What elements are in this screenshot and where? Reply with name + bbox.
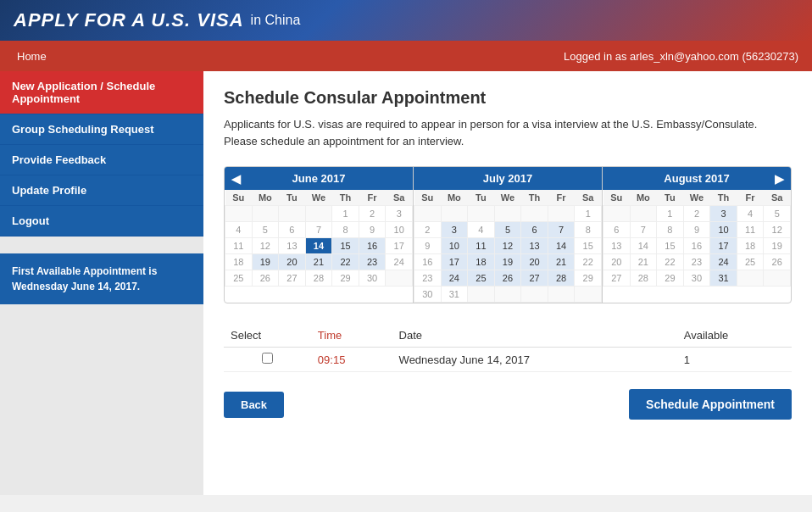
calendar-day-available[interactable]: 21	[305, 254, 332, 270]
calendar-day-available[interactable]: 10	[441, 238, 468, 254]
schedule-appointment-button[interactable]: Schedule Appointment	[629, 389, 792, 420]
calendar-day-available[interactable]: 16	[359, 238, 386, 254]
empty-day	[548, 206, 575, 222]
calendar-day: 18	[225, 254, 253, 270]
calendar-day: 12	[252, 238, 279, 254]
first-available-info: First Available Appointment is Wednesday…	[0, 253, 203, 304]
calendar-day-available[interactable]: 5	[494, 222, 521, 238]
empty-day	[305, 206, 332, 222]
calendar-day-available[interactable]: 27	[521, 270, 548, 287]
calendar-day-available[interactable]: 28	[548, 270, 575, 287]
calendar-day-available[interactable]: 31	[710, 270, 737, 287]
day-header: Mo	[441, 190, 468, 206]
day-header: Tu	[468, 190, 495, 206]
month-label-1: July 2017	[483, 172, 533, 185]
day-header: Tu	[657, 190, 684, 206]
calendar-day-available[interactable]: 17	[710, 238, 737, 254]
calendar-day-available[interactable]: 19	[252, 254, 279, 270]
calendar-day: 24	[386, 254, 413, 270]
col-time: Time	[311, 324, 392, 348]
calendar-day-available[interactable]: 12	[494, 238, 521, 254]
calendar-day: 4	[468, 222, 495, 238]
calendar-day: 23	[683, 254, 710, 270]
empty-day	[603, 206, 631, 222]
empty-day	[737, 270, 764, 287]
prev-month-button[interactable]: ◀	[225, 172, 247, 186]
col-select: Select	[224, 324, 311, 348]
calendar-day: 17	[386, 238, 413, 254]
sidebar-item-new-application[interactable]: New Application / Schedule Appointment	[0, 71, 203, 114]
calendar-day: 8	[575, 222, 602, 238]
page-description: Applicants for U.S. visas are required t…	[224, 116, 792, 149]
calendar-day: 26	[252, 270, 279, 287]
appointment-table: Select Time Date Available 09:15 Wednesd…	[224, 324, 792, 372]
calendar-day: 22	[657, 254, 684, 270]
sidebar-item-logout[interactable]: Logout	[0, 206, 203, 237]
sidebar-item-provide-feedback[interactable]: Provide Feedback	[0, 145, 203, 175]
calendar-day-available[interactable]: 13	[521, 238, 548, 254]
day-header: Th	[332, 190, 359, 206]
empty-day	[548, 287, 575, 303]
content-area: Schedule Consular Appointment Applicants…	[203, 71, 812, 495]
home-button[interactable]: Home	[0, 43, 64, 70]
main-layout: New Application / Schedule Appointment G…	[0, 71, 812, 495]
calendar-day-available[interactable]: 24	[710, 254, 737, 270]
calendar-day: 29	[575, 270, 602, 287]
calendar-day: 4	[737, 206, 764, 222]
day-header: Fr	[548, 190, 575, 206]
day-header: We	[305, 190, 332, 206]
empty-day	[441, 206, 468, 222]
calendar-day-available[interactable]: 19	[494, 254, 521, 270]
empty-day	[575, 287, 602, 303]
calendar-day: 19	[764, 238, 791, 254]
day-header: Fr	[359, 190, 386, 206]
calendar-day-available[interactable]: 6	[521, 222, 548, 238]
month-label-2: August 2017	[664, 172, 729, 185]
calendar-day-available[interactable]: 10	[710, 222, 737, 238]
calendar-day: 18	[737, 238, 764, 254]
day-header: We	[683, 190, 710, 206]
calendar-header-0: ◀June 2017	[225, 167, 413, 190]
calendar-day-available[interactable]: 23	[359, 254, 386, 270]
calendar-day-available[interactable]: 20	[279, 254, 306, 270]
back-button[interactable]: Back	[224, 392, 284, 418]
calendar-day-today[interactable]: 14	[305, 238, 332, 254]
calendar-day: 10	[386, 222, 413, 238]
empty-day	[252, 206, 279, 222]
calendar-day: 29	[332, 270, 359, 287]
day-header: Sa	[386, 190, 413, 206]
calendar-day-available[interactable]: 3	[710, 206, 737, 222]
calendar-day: 5	[252, 222, 279, 238]
sidebar-item-group-scheduling[interactable]: Group Scheduling Request	[0, 114, 203, 145]
calendar-day-available[interactable]: 17	[441, 254, 468, 270]
empty-day	[386, 270, 413, 287]
empty-day	[468, 287, 495, 303]
empty-day	[414, 206, 442, 222]
sidebar-item-update-profile[interactable]: Update Profile	[0, 175, 203, 206]
calendar-day: 8	[657, 222, 684, 238]
calendar-day-available[interactable]: 3	[441, 222, 468, 238]
day-header: Mo	[630, 190, 657, 206]
calendar-day-available[interactable]: 15	[332, 238, 359, 254]
calendar-day-available[interactable]: 25	[468, 270, 495, 287]
next-month-button[interactable]: ▶	[768, 172, 791, 186]
calendar-day-available[interactable]: 20	[521, 254, 548, 270]
calendar-day: 20	[603, 254, 631, 270]
calendar-day: 8	[332, 222, 359, 238]
page-title: Schedule Consular Appointment	[224, 88, 792, 108]
calendar-day: 13	[603, 238, 631, 254]
calendar-day-available[interactable]: 11	[468, 238, 495, 254]
calendar-day-available[interactable]: 24	[441, 270, 468, 287]
calendar-header-1: July 2017	[414, 167, 602, 190]
calendar-day-available[interactable]: 22	[332, 254, 359, 270]
calendar-day-available[interactable]: 7	[548, 222, 575, 238]
calendar-day-available[interactable]: 18	[468, 254, 495, 270]
calendar-day-available[interactable]: 14	[548, 238, 575, 254]
calendar-day-available[interactable]: 26	[494, 270, 521, 287]
calendar-day: 9	[359, 222, 386, 238]
calendar-day: 30	[359, 270, 386, 287]
row-select-checkbox[interactable]	[224, 348, 311, 372]
empty-day	[494, 206, 521, 222]
calendar-day-available[interactable]: 21	[548, 254, 575, 270]
calendar-day: 1	[657, 206, 684, 222]
